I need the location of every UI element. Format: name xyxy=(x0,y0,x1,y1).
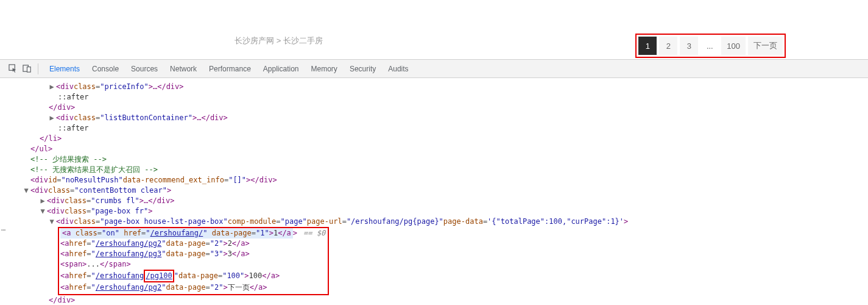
page-3[interactable]: 3 xyxy=(680,37,698,55)
dom-node[interactable]: <span>...</span> xyxy=(60,259,325,270)
breadcrumb-section[interactable]: 长沙二手房 xyxy=(283,36,323,45)
dom-node[interactable]: <a href="/ershoufang/pg2" data-page="2">… xyxy=(60,282,325,293)
tab-console[interactable]: Console xyxy=(86,60,125,77)
dom-close[interactable]: </div> xyxy=(30,102,868,113)
dom-node[interactable]: ▼<div class="contentBottom clear"> xyxy=(30,185,868,196)
tab-audits[interactable]: Audits xyxy=(382,60,414,77)
collapse-icon[interactable]: ▼ xyxy=(23,185,29,196)
dom-node[interactable]: ▼<div class="page-box house-lst-page-box… xyxy=(30,217,868,227)
svg-rect-2 xyxy=(27,67,30,72)
expand-icon[interactable]: ▶ xyxy=(49,82,55,92)
page-header: 长沙房产网 > 长沙二手房 1 2 3 ... 100 下一页 xyxy=(0,0,868,60)
tab-sources[interactable]: Sources xyxy=(125,60,164,77)
devtools-tabs: Elements Console Sources Network Perform… xyxy=(43,60,415,77)
elements-panel-wrap: ▶<div class="priceInfo">…</div> ::after … xyxy=(0,78,868,305)
tab-performance[interactable]: Performance xyxy=(203,60,257,77)
dom-comment[interactable]: <!-- 少结果搜索 --> xyxy=(30,154,868,165)
collapse-icon[interactable]: ▼ xyxy=(49,217,55,227)
page-1[interactable]: 1 xyxy=(638,37,657,55)
dom-pseudo[interactable]: ::after xyxy=(30,123,868,134)
highlighted-pg100: /pg100 xyxy=(144,270,174,282)
page-2[interactable]: 2 xyxy=(659,37,677,55)
gutter-dots: … xyxy=(1,223,5,234)
breadcrumb-sep: > xyxy=(277,36,281,45)
expand-icon[interactable]: ▶ xyxy=(49,113,55,123)
tab-elements[interactable]: Elements xyxy=(43,60,86,77)
dom-pseudo[interactable]: ::after xyxy=(30,92,868,102)
dom-node[interactable]: <a href="/ershoufang/pg100" data-page="1… xyxy=(60,270,325,282)
tab-security[interactable]: Security xyxy=(344,60,382,77)
tab-network[interactable]: Network xyxy=(164,60,203,77)
dom-node[interactable]: ▶<div class="priceInfo">…</div> xyxy=(30,82,868,92)
dom-comment[interactable]: <!-- 无搜索结果且不是扩大召回 --> xyxy=(30,165,868,175)
dom-node[interactable]: ▶<div class="listButtonContainer">…</div… xyxy=(30,113,868,123)
page-ellipsis: ... xyxy=(700,37,719,55)
dom-node-selected[interactable]: <a class="on" href="/ershoufang/" data-p… xyxy=(60,228,325,239)
breadcrumb-site[interactable]: 长沙房产网 xyxy=(235,36,274,45)
elements-panel[interactable]: ▶<div class="priceInfo">…</div> ::after … xyxy=(0,78,868,305)
dom-node[interactable]: ▼<div class="page-box fr"> xyxy=(30,206,868,217)
pagination: 1 2 3 ... 100 下一页 xyxy=(635,34,786,58)
page-100[interactable]: 100 xyxy=(721,37,746,55)
collapse-icon[interactable]: ▼ xyxy=(40,206,46,217)
dom-node[interactable]: <a href="/ershoufang/pg3" data-page="3">… xyxy=(60,249,325,259)
dom-close[interactable]: </ul> xyxy=(30,144,868,154)
devtools-toolbar: Elements Console Sources Network Perform… xyxy=(0,60,868,78)
inspect-icon[interactable] xyxy=(6,62,19,76)
dom-node[interactable]: <div id="noResultPush" data-recommend_ex… xyxy=(30,175,868,185)
page-next[interactable]: 下一页 xyxy=(748,37,783,55)
eq-dollar-zero: == $0 xyxy=(303,228,325,239)
device-toggle-icon[interactable] xyxy=(20,62,34,76)
dom-close[interactable]: </li> xyxy=(30,134,868,144)
tab-memory[interactable]: Memory xyxy=(305,60,344,77)
breadcrumb: 长沙房产网 > 长沙二手房 xyxy=(235,35,323,46)
expand-icon[interactable]: ▶ xyxy=(40,196,46,206)
toolbar-separator xyxy=(38,63,38,74)
dom-row-group: <a class="on" href="/ershoufang/" data-p… xyxy=(30,227,868,295)
dom-close[interactable]: </div> xyxy=(30,295,868,305)
dom-node[interactable]: <a href="/ershoufang/pg2" data-page="2">… xyxy=(60,239,325,249)
tab-application[interactable]: Application xyxy=(257,60,305,77)
dom-node[interactable]: ▶<div class="crumbs fl">…</div> xyxy=(30,196,868,206)
